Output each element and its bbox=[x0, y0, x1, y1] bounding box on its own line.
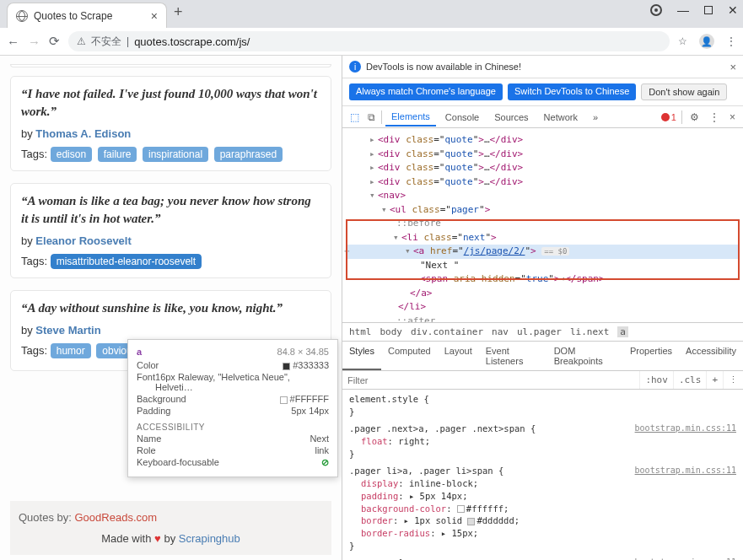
tag[interactable]: humor bbox=[51, 343, 91, 358]
globe-icon bbox=[16, 10, 28, 22]
add-rule-button[interactable]: + bbox=[706, 371, 723, 389]
profile-avatar[interactable]: 👤 bbox=[699, 34, 714, 49]
tab-close-icon[interactable]: × bbox=[151, 9, 158, 23]
tab-dom-breakpoints[interactable]: DOM Breakpoints bbox=[547, 342, 623, 370]
security-label: 不安全 bbox=[91, 35, 121, 49]
hov-toggle[interactable]: :hov bbox=[639, 371, 673, 389]
forward-button: → bbox=[28, 35, 40, 49]
heart-icon: ♥ bbox=[154, 532, 161, 545]
tab-elements[interactable]: Elements bbox=[385, 108, 436, 127]
styles-filter-input[interactable] bbox=[342, 371, 639, 389]
back-button[interactable]: ← bbox=[7, 35, 19, 49]
tab-console[interactable]: Console bbox=[439, 109, 485, 126]
tab-sources[interactable]: Sources bbox=[488, 109, 534, 126]
url-text: quotes.toscrape.com/js/ bbox=[134, 35, 250, 48]
cls-toggle[interactable]: .cls bbox=[673, 371, 707, 389]
tag[interactable]: inspirational bbox=[143, 147, 208, 162]
devtools-toolbar: ⬚ ⧉ Elements Console Sources Network » 1… bbox=[342, 106, 743, 128]
notice-close-icon[interactable]: × bbox=[730, 61, 736, 73]
more-icon[interactable]: ⋮ bbox=[723, 371, 743, 389]
tab-accessibility[interactable]: Accessibility bbox=[679, 342, 743, 370]
tag[interactable]: misattributed-eleanor-roosevelt bbox=[51, 254, 202, 269]
tab-event-listeners[interactable]: Event Listeners bbox=[479, 342, 547, 370]
gear-icon[interactable]: ⚙ bbox=[687, 111, 702, 123]
new-tab-button[interactable]: + bbox=[174, 3, 183, 24]
dont-show-button[interactable]: Don't show again bbox=[641, 83, 727, 100]
tab-more[interactable]: » bbox=[587, 109, 604, 126]
star-icon[interactable]: ☆ bbox=[678, 35, 687, 47]
match-language-button[interactable]: Always match Chrome's language bbox=[349, 83, 503, 100]
page-content: “I have not failed. I've just found 10,0… bbox=[0, 56, 342, 560]
maximize-button[interactable] bbox=[704, 6, 713, 14]
reload-button[interactable]: ⟳ bbox=[49, 34, 60, 49]
author-link[interactable]: Eleanor Roosevelt bbox=[35, 234, 131, 247]
check-icon: ⊘ bbox=[321, 457, 329, 468]
quote-card: “A woman is like a tea bag; you never kn… bbox=[10, 183, 331, 278]
devtools-close-icon[interactable]: × bbox=[727, 111, 738, 123]
browser-tab[interactable]: Quotes to Scrape × bbox=[7, 3, 167, 28]
tab-title: Quotes to Scrape bbox=[34, 10, 145, 22]
tag[interactable]: failure bbox=[98, 147, 137, 162]
quote-card: “I have not failed. I've just found 10,0… bbox=[10, 76, 331, 171]
tab-layout[interactable]: Layout bbox=[438, 342, 479, 370]
source-link[interactable]: bootstrap.min.css:11 bbox=[635, 465, 736, 477]
close-button[interactable]: ✕ bbox=[728, 3, 738, 17]
devtools-notice: i DevTools is now available in Chinese! … bbox=[342, 56, 743, 78]
styles-pane[interactable]: element.style { } bootstrap.min.css:11 .… bbox=[342, 390, 743, 560]
media-icon[interactable] bbox=[650, 4, 662, 16]
tab-properties[interactable]: Properties bbox=[623, 342, 679, 370]
goodreads-link[interactable]: GoodReads.com bbox=[75, 511, 158, 524]
author-link[interactable]: Steve Martin bbox=[35, 324, 100, 337]
source-link[interactable]: bootstrap.min.css:11 bbox=[635, 557, 736, 560]
tab-styles[interactable]: Styles bbox=[342, 342, 381, 370]
footer: Quotes by: GoodReads.com Made with ♥ by … bbox=[10, 501, 331, 555]
source-link[interactable]: bootstrap.min.css:11 bbox=[635, 423, 736, 434]
kebab-icon[interactable]: ⋮ bbox=[707, 111, 722, 123]
error-badge[interactable]: 1 bbox=[661, 112, 676, 122]
device-icon[interactable]: ⧉ bbox=[365, 111, 378, 123]
browser-titlebar: Quotes to Scrape × + — ✕ bbox=[0, 0, 743, 28]
tab-computed[interactable]: Computed bbox=[381, 342, 438, 370]
insecure-icon: ⚠ bbox=[77, 35, 86, 47]
tag[interactable]: edison bbox=[51, 147, 92, 162]
minimize-button[interactable]: — bbox=[677, 3, 689, 17]
devtools-panel: i DevTools is now available in Chinese! … bbox=[342, 56, 743, 560]
window-controls: — ✕ bbox=[650, 3, 738, 17]
dom-tree[interactable]: ▸<div class="quote">…</div> ▸<div class=… bbox=[342, 128, 743, 322]
address-bar: ← → ⟳ ⚠ 不安全 | quotes.toscrape.com/js/ ☆ … bbox=[0, 28, 743, 56]
scrapinghub-link[interactable]: Scrapinghub bbox=[179, 532, 240, 545]
menu-icon[interactable]: ⋮ bbox=[726, 35, 736, 47]
author-link[interactable]: Thomas A. Edison bbox=[35, 127, 131, 140]
quote-text: “A woman is like a tea bag; you never kn… bbox=[21, 192, 320, 228]
info-icon: i bbox=[349, 61, 361, 73]
inspect-icon[interactable]: ⬚ bbox=[347, 111, 362, 123]
quote-text: “I have not failed. I've just found 10,0… bbox=[21, 85, 320, 121]
dom-breadcrumb[interactable]: html body div.container nav ul.pager li.… bbox=[342, 322, 743, 342]
tab-network[interactable]: Network bbox=[538, 109, 584, 126]
url-box[interactable]: ⚠ 不安全 | quotes.toscrape.com/js/ bbox=[68, 31, 670, 51]
quote-text: “A day without sunshine is like, you kno… bbox=[21, 299, 320, 317]
switch-language-button[interactable]: Switch DevTools to Chinese bbox=[508, 83, 636, 100]
styles-tabs: Styles Computed Layout Event Listeners D… bbox=[342, 342, 743, 371]
tag[interactable]: paraphrased bbox=[214, 147, 283, 162]
inspect-tooltip: a84.8 × 34.85 Color#333333 Font16px Rale… bbox=[127, 339, 338, 477]
